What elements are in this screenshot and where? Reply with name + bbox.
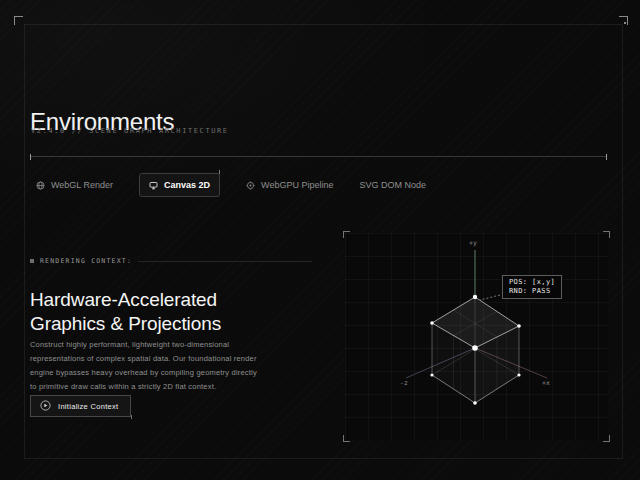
corner-dot <box>624 22 626 24</box>
y-axis-label: +y <box>469 239 477 247</box>
section-heading: Hardware-Accelerated Graphics & Projecti… <box>30 288 221 336</box>
globe-icon <box>36 181 45 190</box>
tab-label: WebGPU Pipeline <box>261 180 333 190</box>
square-bullet-icon <box>30 259 34 263</box>
tab-label: WebGL Render <box>51 180 113 190</box>
tab-canvas-2d[interactable]: Canvas 2D <box>139 173 220 197</box>
section-heading-line2: Graphics & Projections <box>30 312 221 336</box>
tab-label: SVG DOM Node <box>359 180 426 190</box>
tab-webgl-render[interactable]: WebGL Render <box>36 180 113 190</box>
corner-bracket-top-left <box>14 16 23 25</box>
render-mode-tabs: WebGL Render Canvas 2D WebGPU Pipeline S… <box>36 172 426 198</box>
initialize-context-button[interactable]: Initialize Context <box>30 395 131 417</box>
play-circle-icon <box>40 400 51 413</box>
cta-label: Initialize Context <box>58 402 118 411</box>
x-axis-label: +x <box>542 379 550 387</box>
z-axis-label: -z <box>400 379 408 387</box>
hud-position: POS: [x,y] <box>509 278 555 287</box>
section-label-row: RENDERING CONTEXT: <box>30 257 312 265</box>
scene-viewport: +y -z +x POS: [x,y] RND: PASS <box>345 233 608 440</box>
section-heading-line1: Hardware-Accelerated <box>30 288 221 312</box>
hud-leader-line <box>480 295 500 300</box>
section-divider <box>138 261 312 262</box>
section-label: RENDERING CONTEXT: <box>40 257 132 265</box>
hud-render-status: RND: PASS <box>509 287 555 296</box>
page-subtitle: V2.4.0 // SCENE GRAPH ARCHITECTURE <box>31 127 229 135</box>
isometric-cube-scene: +y -z +x <box>345 233 608 440</box>
tab-svg-dom-node[interactable]: SVG DOM Node <box>359 180 426 190</box>
header-divider <box>30 156 607 157</box>
hud-readout: POS: [x,y] RND: PASS <box>502 275 562 299</box>
monitor-icon <box>149 181 158 190</box>
section-body-text: Construct highly performant, lightweight… <box>30 338 260 394</box>
tab-webgpu-pipeline[interactable]: WebGPU Pipeline <box>246 180 333 190</box>
gear-icon <box>246 181 255 190</box>
tab-label: Canvas 2D <box>164 180 210 190</box>
